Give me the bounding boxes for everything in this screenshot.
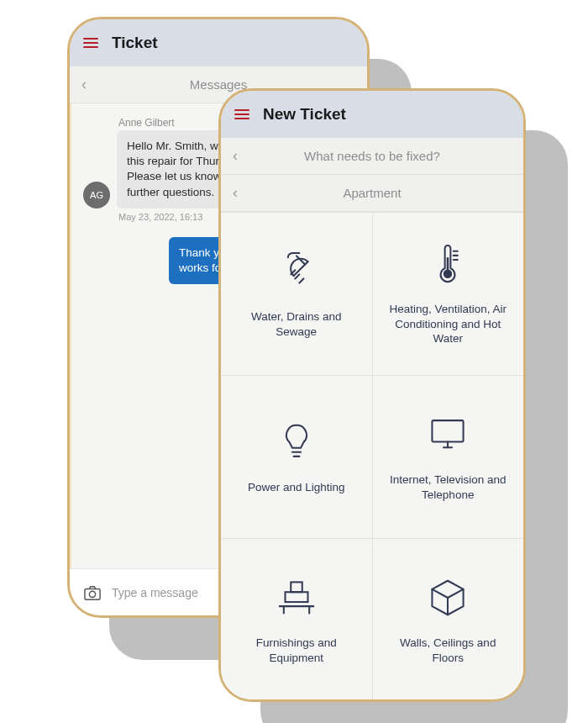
svg-rect-13 — [433, 420, 464, 441]
back-icon[interactable]: ‹ — [233, 147, 253, 165]
app-header: Ticket — [70, 19, 367, 66]
svg-rect-16 — [291, 582, 302, 592]
category-internet-tv-phone[interactable]: Internet, Television and Telephone — [373, 376, 524, 538]
camera-icon[interactable] — [83, 584, 102, 601]
category-furnishings-equipment[interactable]: Furnishings and Equipment — [221, 539, 372, 701]
header-title: Ticket — [112, 34, 158, 52]
subheader-location: ‹ Apartment — [221, 175, 523, 212]
shower-icon — [274, 249, 319, 309]
back-icon[interactable]: ‹ — [81, 76, 102, 93]
cube-icon — [425, 575, 470, 636]
subheader-question: ‹ What needs to be fixed? — [221, 138, 523, 175]
category-label: Water, Drains and Sewage — [233, 309, 360, 339]
category-water-drains-sewage[interactable]: Water, Drains and Sewage — [221, 213, 372, 375]
category-label: Heating, Ventilation, Air Conditioning a… — [385, 302, 512, 346]
category-walls-ceilings-floors[interactable]: Walls, Ceilings and Floors — [373, 539, 524, 701]
monitor-icon — [425, 412, 470, 472]
lightbulb-icon — [274, 420, 319, 480]
category-power-lighting[interactable]: Power and Lighting — [221, 376, 372, 538]
svg-line-4 — [295, 274, 299, 278]
category-heating-ventilation[interactable]: Heating, Ventilation, Air Conditioning a… — [373, 213, 524, 375]
hamburger-menu-icon[interactable] — [83, 38, 98, 48]
header-title: New Ticket — [263, 105, 346, 124]
svg-line-5 — [299, 278, 303, 282]
svg-rect-17 — [285, 592, 307, 602]
subheader-label: Apartment — [253, 186, 512, 200]
category-label: Power and Lighting — [248, 480, 345, 495]
back-icon[interactable]: ‹ — [233, 184, 253, 202]
category-label: Furnishings and Equipment — [233, 636, 360, 665]
svg-rect-0 — [85, 588, 100, 599]
category-grid: Water, Drains and Sewage Heating, Ventil… — [221, 212, 523, 701]
svg-point-1 — [89, 591, 95, 597]
category-label: Walls, Ceilings and Floors — [385, 636, 512, 665]
furniture-icon — [274, 575, 319, 636]
subheader-label: What needs to be fixed? — [253, 149, 512, 163]
svg-line-2 — [293, 261, 307, 276]
category-label: Internet, Television and Telephone — [385, 472, 512, 502]
hamburger-menu-icon[interactable] — [234, 109, 249, 119]
avatar[interactable]: AG — [83, 182, 110, 208]
app-header: New Ticket — [221, 91, 523, 138]
phone-new-ticket: New Ticket ‹ What needs to be fixed? ‹ A… — [218, 88, 526, 702]
thermometer-icon — [425, 241, 470, 302]
